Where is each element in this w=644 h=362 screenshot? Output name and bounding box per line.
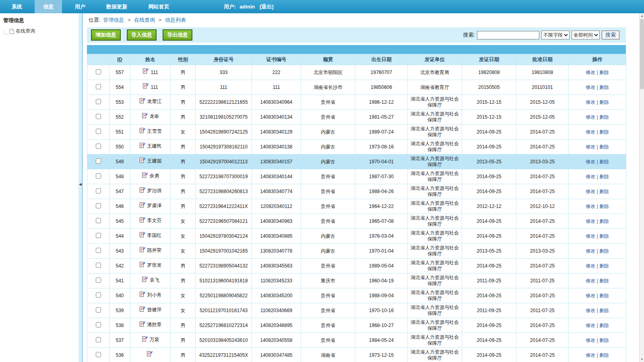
delete-link[interactable]: 删除 (599, 114, 609, 120)
row-checkbox[interactable] (96, 307, 101, 313)
row-checkbox[interactable] (96, 352, 101, 357)
edit-link[interactable]: 修改 (586, 144, 595, 150)
row-checkbox[interactable] (96, 218, 101, 223)
edit-doc-icon[interactable] (139, 202, 145, 208)
edit-doc-icon[interactable] (139, 142, 145, 148)
edit-link[interactable]: 修改 (586, 233, 595, 239)
import-info-button[interactable]: 导入信息 (127, 29, 157, 41)
row-checkbox[interactable] (96, 84, 101, 89)
edit-doc-icon[interactable] (139, 97, 145, 104)
delete-link[interactable]: 删除 (599, 204, 609, 209)
nav-tab-info[interactable]: 信息 (35, 0, 62, 13)
delete-link[interactable]: 删除 (599, 174, 609, 179)
row-checkbox[interactable] (96, 322, 101, 327)
edit-doc-icon[interactable] (142, 68, 149, 74)
search-button[interactable]: 搜索 (602, 31, 619, 39)
vertical-scrollbar[interactable]: ▲ ▼ (639, 13, 644, 362)
edit-doc-icon[interactable] (142, 112, 148, 119)
edit-link[interactable]: 修改 (586, 337, 595, 343)
edit-link[interactable]: 修改 (586, 293, 595, 298)
edit-doc-icon[interactable] (142, 335, 148, 342)
row-checkbox[interactable] (96, 69, 101, 74)
sidebar-item-online-query[interactable]: 在线查询 (4, 28, 78, 35)
edit-link[interactable]: 修改 (586, 174, 595, 179)
edit-doc-icon[interactable] (142, 172, 148, 178)
edit-link[interactable]: 修改 (586, 218, 595, 224)
edit-link[interactable]: 修改 (586, 189, 595, 194)
delete-link[interactable]: 删除 (599, 278, 609, 284)
edit-doc-icon[interactable] (139, 321, 145, 327)
nav-tab-site-home[interactable]: 网站首页 (140, 0, 178, 13)
row-checkbox[interactable] (96, 233, 101, 238)
edit-doc-icon[interactable] (139, 187, 145, 193)
row-checkbox[interactable] (96, 337, 101, 342)
scroll-down-arrow-icon[interactable]: ▼ (640, 357, 644, 362)
delete-link[interactable]: 删除 (599, 218, 609, 224)
nav-tab-user[interactable]: 用户 (66, 0, 94, 13)
nav-tab-data-update[interactable]: 数据更新 (98, 0, 136, 13)
edit-link[interactable]: 修改 (586, 308, 595, 313)
edit-doc-icon[interactable] (147, 350, 153, 357)
row-checkbox[interactable] (96, 158, 101, 164)
edit-link[interactable]: 修改 (586, 70, 595, 75)
delete-link[interactable]: 删除 (599, 308, 609, 313)
delete-link[interactable]: 删除 (599, 293, 609, 298)
edit-doc-icon[interactable] (139, 127, 145, 134)
breadcrumb-link-manage-info[interactable]: 管理信息 (103, 17, 124, 23)
edit-link[interactable]: 修改 (586, 114, 595, 120)
edit-doc-icon[interactable] (139, 157, 145, 163)
edit-link[interactable]: 修改 (586, 159, 595, 165)
delete-link[interactable]: 删除 (599, 159, 609, 165)
row-checkbox[interactable] (96, 203, 101, 208)
edit-doc-icon[interactable] (139, 246, 145, 253)
delete-link[interactable]: 删除 (599, 144, 609, 150)
edit-link[interactable]: 修改 (586, 278, 595, 284)
sidebar-splitter[interactable]: ◀ (78, 13, 83, 362)
field-filter-select[interactable]: 不限字段 (541, 31, 570, 39)
search-input[interactable] (477, 31, 539, 39)
row-checkbox[interactable] (96, 292, 101, 298)
row-checkbox[interactable] (96, 278, 101, 283)
logout-link[interactable]: [退出] (260, 4, 274, 10)
row-checkbox[interactable] (96, 263, 101, 268)
delete-link[interactable]: 删除 (599, 129, 609, 135)
id-sort-link[interactable]: ID (117, 57, 122, 62)
edit-doc-icon[interactable] (139, 261, 145, 267)
edit-link[interactable]: 修改 (586, 323, 595, 328)
delete-link[interactable]: 删除 (599, 263, 609, 269)
delete-link[interactable]: 删除 (599, 337, 609, 343)
edit-doc-icon[interactable] (139, 216, 145, 223)
scroll-up-arrow-icon[interactable]: ▲ (640, 13, 644, 19)
delete-link[interactable]: 删除 (599, 233, 609, 239)
edit-link[interactable]: 修改 (586, 129, 595, 135)
row-checkbox[interactable] (96, 114, 101, 119)
delete-link[interactable]: 删除 (599, 99, 609, 105)
collapse-arrow-icon[interactable]: ◀ (79, 182, 82, 186)
add-info-button[interactable]: 增加信息 (91, 29, 121, 41)
delete-link[interactable]: 删除 (599, 70, 609, 75)
edit-link[interactable]: 修改 (586, 84, 595, 90)
delete-link[interactable]: 删除 (599, 84, 609, 90)
row-checkbox[interactable] (96, 129, 101, 134)
row-checkbox[interactable] (96, 173, 101, 179)
row-checkbox[interactable] (96, 248, 101, 253)
edit-link[interactable]: 修改 (586, 263, 595, 269)
delete-link[interactable]: 删除 (599, 352, 609, 358)
delete-link[interactable]: 删除 (599, 323, 609, 328)
scrollbar-thumb[interactable] (640, 19, 644, 89)
delete-link[interactable]: 删除 (599, 189, 609, 194)
edit-link[interactable]: 修改 (586, 99, 595, 105)
export-info-button[interactable]: 导出信息 (163, 29, 192, 41)
breadcrumb-link-online-query[interactable]: 在线查询 (134, 17, 155, 23)
edit-link[interactable]: 修改 (586, 204, 595, 209)
row-checkbox[interactable] (96, 188, 101, 193)
edit-doc-icon[interactable] (139, 291, 145, 297)
nav-tab-system[interactable]: 系统 (3, 0, 31, 13)
time-filter-select[interactable]: 全部时间 (572, 31, 600, 39)
edit-doc-icon[interactable] (142, 82, 149, 89)
delete-link[interactable]: 删除 (599, 248, 609, 254)
row-checkbox[interactable] (96, 144, 101, 149)
edit-doc-icon[interactable] (139, 231, 145, 238)
edit-link[interactable]: 修改 (586, 352, 595, 358)
edit-link[interactable]: 修改 (586, 248, 595, 254)
